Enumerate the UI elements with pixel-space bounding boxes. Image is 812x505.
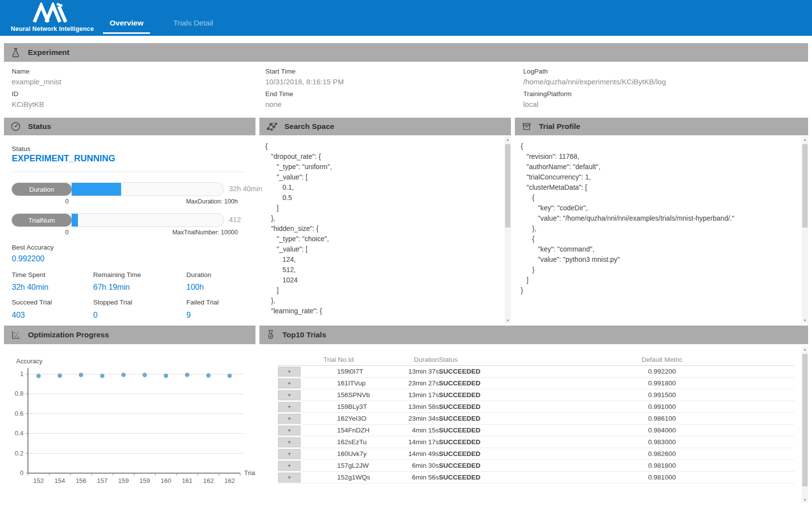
search-space-scrollbar[interactable]: ▲ ▼	[505, 136, 511, 324]
search-space-json: { "dropout_rate": { "_type": "uniform", …	[265, 141, 332, 316]
field-value: /home/quzha/nni/experiments/KCiBytKB/log	[523, 77, 666, 86]
scroll-down-arrow[interactable]: ▼	[802, 497, 808, 503]
expand-row-button[interactable]: +	[278, 390, 301, 400]
svg-text:Trial: Trial	[244, 469, 255, 477]
tab-trials-detail[interactable]: Trials Detail	[170, 18, 217, 32]
trialnum-progress-bar: TrialNum 412 0 MaxTrialNumber: 10000	[11, 213, 242, 227]
trial-duration-cell: 23min 34s	[397, 413, 439, 425]
trial-metric-cell: 0.992200	[530, 366, 794, 378]
progress-pill-label: TrialNum	[12, 214, 72, 227]
trial-metric-cell: 0.991800	[530, 378, 794, 389]
trial-id-cell: FnDZH	[348, 425, 397, 436]
scroll-up-arrow[interactable]: ▲	[505, 136, 511, 143]
field-value: none	[265, 100, 344, 108]
expand-row-button[interactable]: +	[278, 473, 301, 482]
column-header-trial-no: Trial No.	[302, 354, 348, 366]
status-section-bar: Status	[4, 118, 255, 135]
trial-status-cell: SUCCEEDED	[439, 389, 530, 401]
stat-value: 0	[93, 311, 98, 320]
duration-progress-bar: Duration 32h 40min 0 MaxDuration: 100h	[11, 182, 242, 196]
scroll-thumb[interactable]	[802, 354, 808, 486]
expand-row-button[interactable]: +	[278, 414, 301, 424]
experiment-section-bar: Experiment	[4, 43, 808, 62]
progress-fill	[72, 183, 121, 196]
nni-dashboard: Neural Network Intelligence Overview Tri…	[0, 0, 812, 505]
scroll-up-arrow[interactable]: ▲	[802, 136, 808, 143]
trial-duration-cell: 4min 15s	[397, 425, 439, 436]
stat-value: 100h	[186, 283, 204, 292]
svg-text:162: 162	[224, 477, 235, 484]
progress-fill	[72, 214, 78, 227]
svg-text:0.6: 0.6	[15, 410, 24, 417]
field-value: example_mnist	[12, 77, 61, 86]
field-label: Start Time	[265, 68, 344, 75]
trial-id-cell: ITVup	[348, 378, 397, 389]
medal-icon	[266, 329, 276, 340]
scroll-up-arrow[interactable]: ▲	[802, 346, 808, 353]
top-trials-title: Top10 Trials	[282, 330, 326, 339]
svg-text:159: 159	[118, 477, 129, 484]
trial-metric-cell: 0.991000	[530, 401, 794, 413]
expand-cell: +	[277, 378, 302, 389]
expand-cell: +	[277, 436, 302, 448]
svg-text:1: 1	[20, 370, 24, 378]
stat-value: 67h 19min	[93, 283, 130, 292]
trial-status-cell: SUCCEEDED	[439, 378, 530, 389]
field-value: local	[523, 100, 666, 108]
trial-no-cell: 159	[302, 366, 348, 378]
progress-scale: 0 MaxDuration: 100h	[65, 198, 238, 205]
field-label: End Time	[265, 90, 344, 98]
expand-row-button[interactable]: +	[278, 437, 301, 447]
svg-text:154: 154	[54, 477, 65, 484]
expand-row-button[interactable]: +	[278, 402, 301, 412]
optimization-chart: 00.20.40.60.8115215415615715915916016116…	[4, 344, 255, 505]
brand-name: Neural Network Intelligence	[11, 25, 94, 32]
svg-text:0.4: 0.4	[15, 429, 24, 437]
expand-row-button[interactable]: +	[278, 449, 301, 459]
svg-text:157: 157	[97, 477, 108, 484]
tab-overview[interactable]: Overview	[103, 18, 150, 34]
table-row: +154FnDZH4min 15sSUCCEEDED0.984000	[277, 425, 794, 436]
trial-status-cell: SUCCEEDED	[439, 436, 530, 448]
column-header-status: Status	[439, 354, 530, 366]
trial-profile-json: { "revision": 11768, "authorName": "defa…	[521, 141, 734, 296]
trial-no-cell: 152	[302, 472, 348, 483]
svg-text:0: 0	[20, 469, 24, 477]
table-header-row: Trial No. Id Duration Status Default Met…	[277, 354, 794, 366]
trial-duration-cell: 14min 49s	[397, 448, 439, 460]
expand-row-button[interactable]: +	[278, 461, 301, 471]
svg-text:0.2: 0.2	[15, 450, 24, 457]
status-value: EXPERIMENT_RUNNING	[12, 153, 115, 164]
expand-row-button[interactable]: +	[278, 426, 301, 435]
trial-metric-cell: 0.983000	[530, 436, 794, 448]
expand-row-button[interactable]: +	[278, 379, 301, 388]
scroll-thumb[interactable]	[802, 144, 808, 227]
field-label: ID	[12, 90, 61, 98]
table-row: +161ITVup23min 27sSUCCEEDED0.991800	[277, 378, 794, 389]
expand-row-button[interactable]: +	[278, 367, 301, 377]
molecule-icon	[266, 121, 278, 132]
search-space-section-bar: Search Space	[259, 118, 511, 135]
table-row: +157gL2JW6min 30sSUCCEEDED0.981800	[277, 460, 794, 472]
field-label: TrainingPlatform	[523, 90, 666, 98]
field-label: Name	[12, 68, 61, 75]
experiment-col-3: LogPath /home/quzha/nni/experiments/KCiB…	[523, 68, 666, 113]
top-trials-scrollbar[interactable]: ▲ ▼	[802, 346, 808, 503]
trial-no-cell: 156	[302, 389, 348, 401]
scroll-down-arrow[interactable]: ▼	[802, 317, 808, 324]
status-label: Status	[12, 145, 30, 152]
trial-profile-scrollbar[interactable]: ▲ ▼	[802, 136, 808, 324]
expand-column-header	[277, 354, 302, 366]
flask-icon	[10, 47, 21, 58]
progress-value: 412	[229, 216, 241, 224]
svg-text:156: 156	[76, 477, 86, 484]
stat-value: 9	[186, 311, 191, 320]
field-value: KCiBytKB	[12, 100, 61, 108]
scroll-thumb[interactable]	[505, 144, 510, 227]
svg-text:159: 159	[139, 477, 150, 484]
progress-max: MaxTrialNumber: 10000	[172, 229, 238, 236]
column-header-duration: Duration	[397, 354, 439, 366]
experiment-col-1: Name example_mnist ID KCiBytKB	[12, 68, 61, 113]
scroll-down-arrow[interactable]: ▼	[505, 317, 511, 324]
trial-metric-cell: 0.991500	[530, 389, 794, 401]
